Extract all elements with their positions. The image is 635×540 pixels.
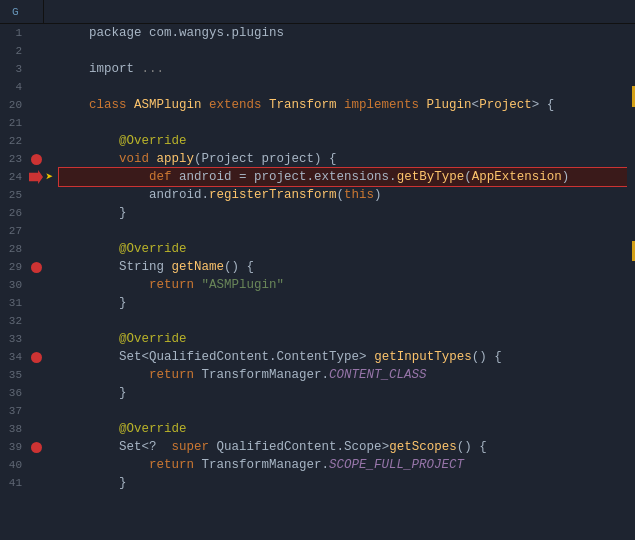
breakpoint-icon[interactable]	[28, 241, 44, 257]
indent-space	[59, 170, 149, 184]
token-plain: () {	[224, 260, 254, 274]
token-string: "ASMPlugin"	[202, 278, 285, 292]
line-number: 1	[0, 27, 28, 39]
breakpoint-icon[interactable]	[28, 223, 44, 239]
debug-arrow-icon	[44, 132, 55, 150]
breakpoint-icon[interactable]	[28, 421, 44, 437]
line-number: 40	[0, 459, 28, 471]
token-plain: > {	[532, 98, 555, 112]
token-kw: class	[89, 98, 134, 112]
gutter-row: 4	[0, 78, 55, 96]
token-plain: >	[382, 440, 390, 454]
gutter-row: 28	[0, 240, 55, 258]
debug-arrow-icon	[44, 24, 55, 42]
line-number: 25	[0, 189, 28, 201]
token-annotation: @Override	[119, 134, 187, 148]
breakpoint-icon[interactable]	[28, 277, 44, 293]
indent-space	[59, 188, 149, 202]
token-super-kw: super	[172, 440, 217, 454]
breakpoint-icon[interactable]	[28, 133, 44, 149]
token-plain: >	[359, 350, 374, 364]
breakpoint-icon[interactable]	[28, 367, 44, 383]
code-line: @Override	[59, 420, 627, 438]
token-method: apply	[157, 152, 195, 166]
gutter-row: 1	[0, 24, 55, 42]
breakpoint-icon[interactable]	[28, 331, 44, 347]
breakpoint-icon[interactable]	[28, 403, 44, 419]
token-plain: (	[194, 152, 202, 166]
breakpoint-icon[interactable]	[28, 169, 44, 185]
token-type: Set	[119, 350, 142, 364]
gutter-row: 33	[0, 330, 55, 348]
debug-arrow-icon	[44, 240, 55, 258]
breakpoint-icon[interactable]	[28, 349, 44, 365]
breakpoint-icon[interactable]	[28, 97, 44, 113]
token-plain: (	[464, 170, 472, 184]
line-number: 32	[0, 315, 28, 327]
gutter-row: 23	[0, 150, 55, 168]
line-number: 35	[0, 369, 28, 381]
debug-arrow-icon	[44, 114, 55, 132]
title-bar: G	[0, 0, 635, 24]
token-varname: TransformManager	[202, 368, 322, 382]
token-plain: .	[307, 170, 315, 184]
indent-space	[59, 206, 119, 220]
token-call: getByType	[397, 170, 465, 184]
token-annotation: @Override	[119, 422, 187, 436]
breakpoint-icon[interactable]	[28, 43, 44, 59]
file-tab[interactable]: G	[0, 0, 44, 23]
token-plain: <?	[142, 440, 172, 454]
indent-space	[59, 458, 149, 472]
debug-arrow-icon	[44, 276, 55, 294]
line-number: 39	[0, 441, 28, 453]
breakpoint-icon[interactable]	[28, 151, 44, 167]
line-number: 29	[0, 261, 28, 273]
breakpoint-icon[interactable]	[28, 295, 44, 311]
indent-space	[59, 386, 119, 400]
token-type: Project	[202, 152, 262, 166]
line-number: 34	[0, 351, 28, 363]
token-classname: ASMPlugin	[134, 98, 209, 112]
breakpoint-icon[interactable]	[28, 115, 44, 131]
breakpoint-icon[interactable]	[28, 259, 44, 275]
gutter-row: 27	[0, 222, 55, 240]
debug-arrow-icon	[44, 348, 55, 366]
breakpoint-icon[interactable]	[28, 205, 44, 221]
token-plain: }	[119, 296, 127, 310]
token-plain: .	[337, 440, 345, 454]
breakpoint-icon[interactable]	[28, 187, 44, 203]
token-comment: ...	[142, 62, 165, 76]
token-plain: )	[562, 170, 570, 184]
breakpoint-icon[interactable]	[28, 475, 44, 491]
breakpoint-icon[interactable]	[28, 61, 44, 77]
gutter-row: 30	[0, 276, 55, 294]
indent-space	[59, 440, 119, 454]
indent-space	[59, 98, 89, 112]
code-line: String getName() {	[59, 258, 627, 276]
code-line: Set<QualifiedContent.ContentType> getInp…	[59, 348, 627, 366]
gutter-row: 41	[0, 474, 55, 492]
code-line: }	[59, 204, 627, 222]
line-number: 38	[0, 423, 28, 435]
breakpoint-icon[interactable]	[28, 385, 44, 401]
code-line: class ASMPlugin extends Transform implem…	[59, 96, 627, 114]
code-line: def android = project.extensions.getByTy…	[59, 168, 627, 186]
token-plain: }	[119, 386, 127, 400]
line-number: 41	[0, 477, 28, 489]
breakpoint-icon[interactable]	[28, 313, 44, 329]
gutter-row: 40	[0, 456, 55, 474]
scrollbar-markers[interactable]	[627, 24, 635, 540]
gutter-row: 24➤	[0, 168, 55, 186]
breakpoint-icon[interactable]	[28, 79, 44, 95]
gutter-row: 22	[0, 132, 55, 150]
gutter-row: 36	[0, 384, 55, 402]
debug-arrow-icon	[44, 222, 55, 240]
token-type: QualifiedContent	[149, 350, 269, 364]
gutter-row: 31	[0, 294, 55, 312]
token-method: getScopes	[389, 440, 457, 454]
code-line	[59, 42, 627, 60]
breakpoint-icon[interactable]	[28, 25, 44, 41]
indent-space	[59, 62, 89, 76]
breakpoint-icon[interactable]	[28, 439, 44, 455]
breakpoint-icon[interactable]	[28, 457, 44, 473]
